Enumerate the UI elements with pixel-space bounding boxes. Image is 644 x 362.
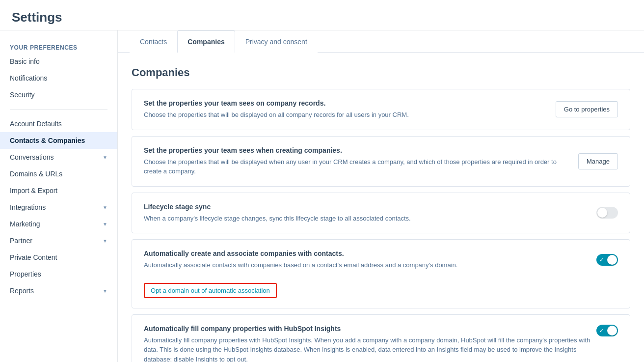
chevron-down-icon: ▼: [103, 222, 107, 227]
card-action: ✓: [596, 254, 618, 266]
card-action: Manage: [578, 153, 618, 169]
card-record-properties: Set the properties your team sees on com…: [132, 89, 630, 130]
card-title: Automatically fill company properties wi…: [144, 325, 596, 333]
card-desc: Automatically fill company properties wi…: [144, 335, 596, 362]
go-to-properties-button[interactable]: Go to properties: [556, 101, 618, 117]
sidebar-item-label: Security: [10, 91, 35, 99]
card-lifecycle-sync: Lifecycle stage sync When a company's li…: [132, 193, 630, 234]
opt-domain-out-link[interactable]: Opt a domain out of automatic associatio…: [144, 283, 277, 298]
sidebar-item-conversations[interactable]: Conversations ▼: [0, 149, 117, 166]
toggle-check-icon: ✓: [599, 327, 604, 334]
main-content: Contacts Companies Privacy and consent C…: [118, 30, 644, 362]
sidebar-divider: [10, 109, 107, 110]
sidebar-item-label: Reports: [10, 287, 34, 295]
sidebar-item-label: Integrations: [10, 203, 46, 211]
sidebar-item-integrations[interactable]: Integrations ▼: [0, 199, 117, 216]
card-title: Set the properties your team sees when c…: [144, 146, 570, 154]
toggle-check-icon: ✓: [599, 256, 604, 263]
sidebar-item-private-content[interactable]: Private Content: [0, 249, 117, 266]
card-creating-properties: Set the properties your team sees when c…: [132, 136, 630, 187]
toggle-knob: [607, 326, 617, 335]
card-body: Set the properties your team sees when c…: [144, 146, 570, 176]
card-desc: When a company's lifecycle stage changes…: [144, 214, 589, 223]
card-title: Automatically create and associate compa…: [144, 250, 596, 257]
tab-privacy-consent[interactable]: Privacy and consent: [235, 30, 318, 53]
card-hubspot-insights: Automatically fill company properties wi…: [132, 314, 630, 362]
auto-associate-toggle[interactable]: ✓: [596, 254, 618, 266]
card-auto-associate: Automatically create and associate compa…: [132, 239, 630, 308]
sidebar-item-label: Account Defaults: [10, 120, 62, 128]
sidebar-item-label: Import & Export: [10, 187, 57, 195]
card-title: Lifecycle stage sync: [144, 203, 589, 211]
chevron-down-icon: ▼: [103, 288, 107, 294]
sidebar-item-domains-urls[interactable]: Domains & URLs: [0, 166, 117, 182]
page-content-area: Companies Set the properties your team s…: [118, 53, 644, 362]
sidebar-item-label: Conversations: [10, 153, 54, 161]
sidebar-item-contacts-companies[interactable]: Contacts & Companies: [0, 132, 117, 149]
card-desc: Choose the properties that will be displ…: [144, 157, 570, 176]
sidebar-item-properties[interactable]: Properties: [0, 266, 117, 282]
hubspot-insights-toggle[interactable]: ✓: [596, 325, 618, 336]
sidebar-item-security[interactable]: Security: [0, 86, 117, 103]
sidebar-item-reports[interactable]: Reports ▼: [0, 282, 117, 299]
sidebar-item-label: Partner: [10, 237, 32, 245]
card-action: Go to properties: [556, 101, 618, 117]
card-body: Automatically fill company properties wi…: [144, 325, 596, 362]
tabs-bar: Contacts Companies Privacy and consent: [118, 30, 644, 53]
sidebar-item-notifications[interactable]: Notifications: [0, 70, 117, 86]
card-body: Lifecycle stage sync When a company's li…: [144, 203, 589, 223]
sidebar: Your preferences Basic info Notification…: [0, 30, 118, 362]
card-action: ✓: [596, 325, 618, 336]
card-title: Set the properties your team sees on com…: [144, 99, 548, 107]
toggle-knob: [607, 255, 617, 265]
sidebar-item-label: Notifications: [10, 74, 47, 82]
sidebar-item-label: Properties: [10, 270, 41, 278]
sidebar-item-account-defaults[interactable]: Account Defaults: [0, 115, 117, 132]
page-title: Settings: [12, 10, 632, 25]
card-body: Set the properties your team sees on com…: [144, 99, 548, 120]
sidebar-section-preferences: Your preferences: [0, 40, 117, 53]
chevron-down-icon: ▼: [103, 155, 107, 160]
card-desc: Choose the properties that will be displ…: [144, 110, 548, 120]
card-row: Automatically fill company properties wi…: [144, 325, 618, 362]
sidebar-item-label: Marketing: [10, 220, 40, 228]
sidebar-item-partner[interactable]: Partner ▼: [0, 232, 117, 249]
sidebar-item-label: Basic info: [10, 57, 40, 65]
card-body: Automatically create and associate compa…: [144, 250, 596, 270]
companies-page-title: Companies: [132, 66, 630, 79]
card-action: [596, 207, 618, 219]
tab-companies[interactable]: Companies: [177, 30, 235, 53]
manage-button[interactable]: Manage: [578, 153, 618, 169]
sidebar-item-label: Contacts & Companies: [10, 137, 85, 144]
chevron-down-icon: ▼: [103, 205, 107, 210]
sidebar-item-marketing[interactable]: Marketing ▼: [0, 216, 117, 232]
toggle-knob: [597, 208, 607, 218]
sidebar-item-label: Domains & URLs: [10, 170, 62, 178]
sidebar-item-basic-info[interactable]: Basic info: [0, 53, 117, 70]
card-row: Automatically create and associate compa…: [144, 250, 618, 270]
card-desc: Automatically associate contacts with co…: [144, 260, 596, 270]
chevron-down-icon: ▼: [103, 238, 107, 244]
sidebar-item-label: Private Content: [10, 253, 57, 261]
sidebar-item-import-export[interactable]: Import & Export: [0, 182, 117, 199]
lifecycle-sync-toggle[interactable]: [596, 207, 618, 219]
tab-contacts[interactable]: Contacts: [130, 30, 177, 53]
sub-link-container: Opt a domain out of automatic associatio…: [144, 278, 618, 298]
